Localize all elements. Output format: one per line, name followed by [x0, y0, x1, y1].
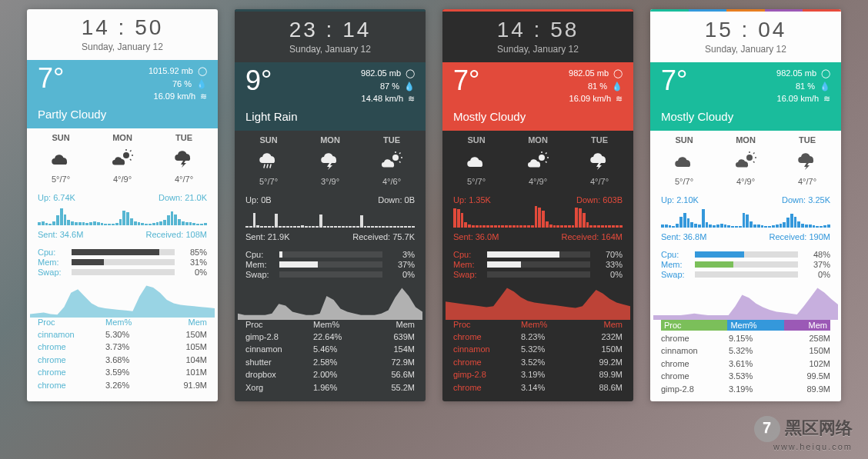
sys-cpu: Cpu:3%	[245, 250, 415, 259]
clock: 23 : 14Sunday, January 12	[235, 12, 426, 62]
proc-row: shutter2.58%72.9M	[245, 356, 415, 369]
proc-row: chrome8.23%232M	[453, 331, 623, 344]
hum-icon: 💧	[820, 80, 830, 93]
conky-widget-2: 14 : 58Sunday, January 12 7° 982.05 mb◯ …	[442, 9, 633, 401]
conky-widget-3: 15 : 04Sunday, January 12 7° 982.05 mb◯ …	[650, 9, 841, 401]
svg-line-19	[546, 161, 547, 163]
partly-icon	[361, 149, 422, 172]
press-icon: ◯	[613, 67, 623, 80]
sys-block: Cpu:3%Mem:37%Swap:0%	[235, 248, 426, 281]
proc-row: chrome3.73%105M	[38, 341, 207, 354]
proc-row: Xorg1.96%55.2M	[245, 381, 415, 394]
forecast-day: MON3°/9°	[299, 135, 361, 186]
weather-header: 7° 1015.92 mb◯ 76 %💧 16.09 km/h≋ Partly …	[27, 60, 218, 128]
partly-icon	[507, 149, 569, 172]
svg-point-15	[539, 155, 545, 161]
storm-icon	[776, 149, 838, 172]
proc-table: ProcMem%Memcinnamon5.30%150Mchrome3.73%1…	[27, 318, 218, 398]
clock: 14 : 50Sunday, January 12	[27, 9, 218, 60]
partly-icon	[92, 147, 153, 170]
sys-cpu: Cpu:70%	[453, 250, 623, 259]
svg-line-3	[130, 150, 132, 151]
forecast-day: TUE4°/7°	[153, 133, 215, 184]
forecast-day: TUE4°/7°	[569, 135, 630, 186]
sys-swap: Swap:0%	[245, 270, 415, 279]
area-graph	[653, 284, 838, 320]
sys-mem: Mem:37%	[245, 260, 415, 269]
net-graph	[453, 206, 623, 228]
forecast-day: SUN5°/7°	[30, 133, 92, 184]
svg-marker-26	[804, 163, 810, 170]
proc-header: ProcMem%Mem	[245, 320, 415, 329]
forecast-day: MON4°/9°	[507, 135, 569, 186]
press-icon: ◯	[406, 67, 415, 80]
sys-block: Cpu:48%Mem:37%Swap:0%	[650, 248, 841, 281]
forecast-day: SUN5°/7°	[653, 135, 715, 186]
proc-row: chrome3.53%99.5M	[661, 370, 830, 383]
svg-marker-9	[327, 163, 332, 170]
proc-table: ProcMem%Memchrome8.23%232Mcinnamon5.32%1…	[442, 320, 633, 401]
sys-block: Cpu:85%Mem:31%Swap:0%	[27, 245, 218, 279]
watermark: 黑区网络www.heiqu.com	[754, 416, 853, 451]
svg-line-13	[399, 152, 401, 154]
proc-row: chrome3.52%99.2M	[453, 356, 623, 369]
proc-table: ProcMem%Memchrome9.15%258Mcinnamon5.32%1…	[650, 320, 841, 402]
net-block: Up: 0BDown: 0B Sent: 21.9KReceived: 75.7…	[235, 192, 426, 248]
proc-row: chrome3.14%88.6M	[453, 381, 623, 394]
cloud-icon	[653, 149, 715, 172]
net-graph	[661, 206, 830, 228]
forecast-day: SUN5°/7°	[238, 135, 299, 186]
proc-row: chrome3.68%104M	[38, 354, 207, 367]
svg-marker-20	[596, 163, 602, 170]
sys-cpu: Cpu:85%	[38, 248, 207, 257]
proc-row: gimp-2.822.64%639M	[245, 331, 415, 344]
proc-row: cinnamon5.32%150M	[453, 343, 623, 356]
forecast: SUN5°/7°MON4°/9°TUE4°/7°	[27, 128, 218, 190]
proc-row: cinnamon5.32%150M	[661, 344, 830, 358]
weather-header: 7° 982.05 mb◯ 81 %💧 16.09 km/h≋ Mostly C…	[442, 62, 633, 131]
proc-header: ProcMem%Mem	[661, 320, 830, 331]
proc-row: chrome3.61%102M	[661, 358, 830, 371]
weather-header: 9° 982.05 mb◯ 87 %💧 14.48 km/h≋ Light Ra…	[235, 62, 426, 131]
press-icon: ◯	[198, 65, 207, 78]
sys-block: Cpu:70%Mem:33%Swap:0%	[442, 248, 633, 281]
net-graph	[38, 204, 207, 225]
forecast: SUN5°/7°MON4°/9°TUE4°/7°	[442, 131, 633, 192]
svg-marker-5	[181, 161, 186, 168]
svg-line-25	[753, 161, 755, 163]
area-graph	[238, 284, 422, 320]
wind-icon: ≋	[200, 90, 207, 103]
wind-icon: ≋	[408, 92, 415, 105]
hum-icon: 💧	[404, 80, 415, 93]
svg-line-18	[546, 152, 547, 154]
proc-row: gimp-2.83.19%89.9M	[453, 368, 623, 381]
proc-row: gimp-2.83.19%89.9M	[661, 383, 830, 396]
svg-point-21	[746, 155, 753, 161]
sys-swap: Swap:0%	[453, 270, 623, 279]
press-icon: ◯	[821, 67, 830, 80]
forecast: SUN5°/7°MON4°/9°TUE4°/7°	[650, 131, 841, 192]
net-block: Up: 2.10KDown: 3.25K Sent: 36.8MReceived…	[650, 192, 841, 248]
cloud-icon	[30, 147, 92, 170]
sys-mem: Mem:33%	[453, 260, 623, 269]
proc-row: cinnamon5.46%154M	[245, 343, 415, 356]
forecast-day: MON4°/9°	[715, 135, 776, 186]
svg-point-0	[123, 152, 129, 158]
svg-line-6	[264, 165, 265, 168]
clock: 14 : 58Sunday, January 12	[442, 12, 633, 62]
net-block: Up: 1.35KDown: 603B Sent: 36.0MReceived:…	[442, 192, 633, 248]
net-block: Up: 6.74KDown: 21.0K Sent: 34.6MReceived…	[27, 190, 218, 245]
sys-mem: Mem:31%	[38, 258, 207, 267]
svg-line-8	[270, 165, 271, 168]
net-graph	[245, 206, 415, 228]
forecast-day: TUE4°/7°	[776, 135, 838, 186]
proc-row: chrome9.15%258M	[661, 332, 830, 345]
wind-icon: ≋	[616, 92, 623, 105]
storm-icon	[299, 149, 361, 172]
conky-widget-0: 14 : 50Sunday, January 12 7° 1015.92 mb◯…	[27, 9, 218, 401]
proc-row: chrome3.59%101M	[38, 366, 207, 379]
weather-header: 7° 982.05 mb◯ 81 %💧 16.09 km/h≋ Mostly C…	[650, 62, 841, 131]
sys-swap: Swap:0%	[38, 268, 207, 277]
hum-icon: 💧	[196, 78, 207, 91]
sys-cpu: Cpu:48%	[661, 250, 830, 259]
